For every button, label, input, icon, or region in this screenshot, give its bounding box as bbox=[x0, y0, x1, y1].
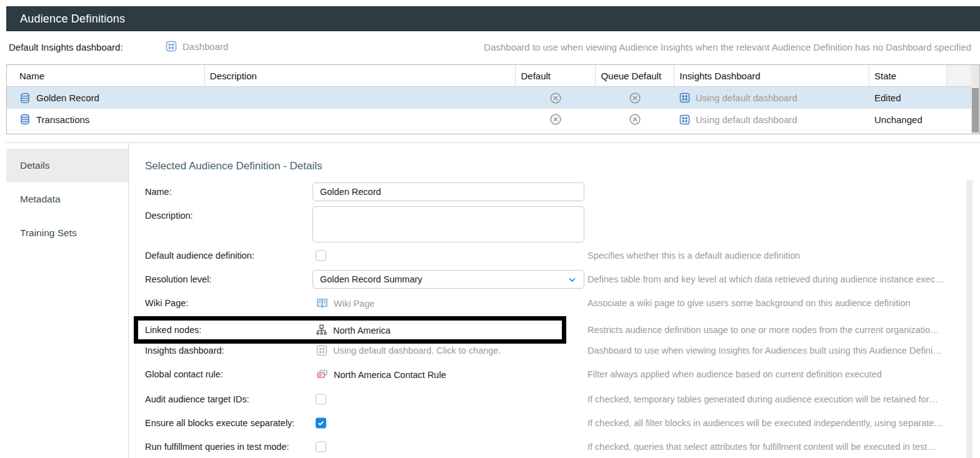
field-row-name: Name: bbox=[0, 182, 980, 201]
chevron-down-icon bbox=[568, 275, 577, 284]
table-scrollbar[interactable] bbox=[971, 65, 979, 134]
default-audience-definition-checkbox[interactable] bbox=[316, 251, 326, 261]
database-icon bbox=[19, 114, 31, 125]
section-divider bbox=[6, 142, 980, 143]
table-row-transactions[interactable]: Transactions Using default dashboard Unc… bbox=[7, 109, 971, 131]
ensure-blocks-label: Ensure all blocks execute separately: bbox=[145, 418, 294, 428]
default-dashboard-picker-button[interactable]: Dashboard bbox=[166, 41, 228, 52]
table-header-row: Name Description Default Queue Default I… bbox=[7, 65, 971, 87]
cell-default bbox=[516, 87, 596, 109]
crossed-circle-icon bbox=[549, 92, 562, 104]
details-scrollbar[interactable] bbox=[966, 180, 972, 458]
linked-nodes-link[interactable]: North America bbox=[316, 324, 391, 336]
dashboard-icon bbox=[316, 345, 328, 356]
dashboard-icon bbox=[679, 114, 690, 125]
default-audience-definition-label: Default audience definition: bbox=[145, 251, 254, 261]
linked-nodes-label: Linked nodes: bbox=[145, 325, 201, 335]
crossed-circle-icon bbox=[629, 92, 641, 104]
insights-dashboard-link[interactable]: Using default dashboard. Click to change… bbox=[316, 345, 501, 356]
field-row-default-audience-definition: Default audience definition: Specifies w… bbox=[0, 246, 980, 265]
audit-target-ids-label: Audit audience target IDs: bbox=[145, 394, 249, 404]
field-row-global-contact-rule: Global contact rule: North America Conta… bbox=[0, 365, 980, 384]
field-row-description: Description: bbox=[0, 206, 980, 242]
help-text: Defines table from and key level at whic… bbox=[588, 274, 966, 284]
cell-insights-dashboard: Using default dashboard bbox=[674, 87, 869, 109]
description-label: Description: bbox=[145, 211, 193, 221]
help-text: Associate a wiki page to give users some… bbox=[588, 298, 966, 308]
column-header-filler bbox=[946, 65, 971, 86]
column-header-default[interactable]: Default bbox=[515, 65, 595, 86]
help-text: Dashboard to use when viewing Insights f… bbox=[588, 346, 966, 356]
check-icon bbox=[317, 419, 325, 427]
name-input[interactable] bbox=[312, 182, 584, 201]
column-header-insights-dashboard[interactable]: Insights Dashboard bbox=[674, 65, 869, 86]
help-text: Specifies whether this is a default audi… bbox=[588, 251, 966, 261]
audience-definitions-table: Name Description Default Queue Default I… bbox=[6, 64, 980, 134]
field-row-audit-target-ids: Audit audience target IDs: If checked, t… bbox=[0, 390, 980, 409]
details-panel-title: Selected Audience Definition - Details bbox=[145, 160, 322, 172]
cell-description bbox=[204, 87, 516, 109]
field-row-ensure-blocks-separately: Ensure all blocks execute separately: If… bbox=[0, 414, 980, 432]
cell-name: Transactions bbox=[7, 109, 204, 130]
table-row-golden-record[interactable]: Golden Record Using default dashboard Ed… bbox=[7, 87, 971, 109]
wiki-page-label: Wiki Page: bbox=[145, 298, 188, 308]
column-header-state[interactable]: State bbox=[869, 65, 946, 86]
tab-details[interactable]: Details bbox=[6, 149, 128, 182]
help-text: If checked, temporary tables generated d… bbox=[588, 394, 966, 404]
cell-insights-dashboard: Using default dashboard bbox=[674, 109, 869, 130]
field-row-run-fulfillment-test: Run fulfillment queries in test mode: If… bbox=[0, 437, 980, 456]
default-dashboard-help-text: Dashboard to use when viewing Audience I… bbox=[484, 42, 971, 52]
run-fulfillment-test-label: Run fulfillment queries in test mode: bbox=[145, 442, 289, 452]
description-textarea[interactable] bbox=[312, 206, 584, 242]
cards-icon bbox=[316, 369, 328, 381]
insights-dashboard-label: Insights dashboard: bbox=[145, 346, 224, 356]
crossed-circle-icon bbox=[549, 113, 562, 126]
audit-target-ids-checkbox[interactable] bbox=[316, 394, 326, 405]
field-row-insights-dashboard: Insights dashboard: Using default dashbo… bbox=[0, 341, 980, 360]
resolution-level-select[interactable]: Golden Record Summary bbox=[312, 270, 584, 289]
database-icon bbox=[19, 92, 31, 104]
crossed-circle-icon bbox=[629, 113, 641, 126]
field-row-resolution-level: Resolution level: Golden Record Summary … bbox=[0, 270, 980, 289]
help-text: If checked, queries that select attribut… bbox=[588, 442, 966, 452]
dashboard-icon bbox=[679, 92, 690, 103]
cell-queue-default bbox=[596, 87, 674, 109]
default-dashboard-picker-label: Dashboard bbox=[182, 41, 228, 52]
page-title: Audience Definitions bbox=[20, 12, 125, 26]
ensure-blocks-checkbox[interactable] bbox=[316, 418, 326, 429]
app-title-bar: Audience Definitions bbox=[6, 6, 980, 31]
cell-state: Unchanged bbox=[869, 109, 947, 130]
help-text: Restricts audience definition usage to o… bbox=[588, 325, 966, 335]
help-text: If checked, all filter blocks in audienc… bbox=[588, 418, 966, 428]
book-icon bbox=[316, 297, 328, 309]
linked-nodes-highlight-box: Linked nodes: North America bbox=[134, 316, 566, 344]
name-label: Name: bbox=[145, 187, 172, 197]
field-row-linked-nodes: Linked nodes: North America Restricts au… bbox=[0, 316, 980, 344]
column-header-name[interactable]: Name bbox=[7, 65, 204, 86]
table-scrollbar-thumb[interactable] bbox=[972, 88, 979, 132]
field-row-wiki-page: Wiki Page: Wiki Page Associate a wiki pa… bbox=[0, 294, 980, 312]
column-header-queue-default[interactable]: Queue Default bbox=[595, 65, 674, 86]
cell-state: Edited bbox=[869, 87, 947, 109]
run-fulfillment-test-checkbox[interactable] bbox=[316, 442, 326, 452]
help-text: Filter always applied when audience base… bbox=[588, 369, 966, 379]
wiki-page-link[interactable]: Wiki Page bbox=[316, 297, 374, 309]
column-header-description[interactable]: Description bbox=[204, 65, 516, 86]
cell-default bbox=[516, 109, 596, 130]
cell-description bbox=[204, 109, 516, 130]
global-contact-rule-label: Global contact rule: bbox=[145, 369, 223, 379]
global-contact-rule-link[interactable]: North America Contact Rule bbox=[316, 369, 446, 381]
cell-queue-default bbox=[596, 109, 674, 130]
cell-name: Golden Record bbox=[7, 87, 204, 109]
org-chart-icon bbox=[316, 324, 328, 336]
resolution-level-label: Resolution level: bbox=[145, 274, 211, 284]
dashboard-icon bbox=[166, 41, 177, 52]
default-insights-dashboard-label: Default Insights dashboard: bbox=[9, 42, 123, 52]
